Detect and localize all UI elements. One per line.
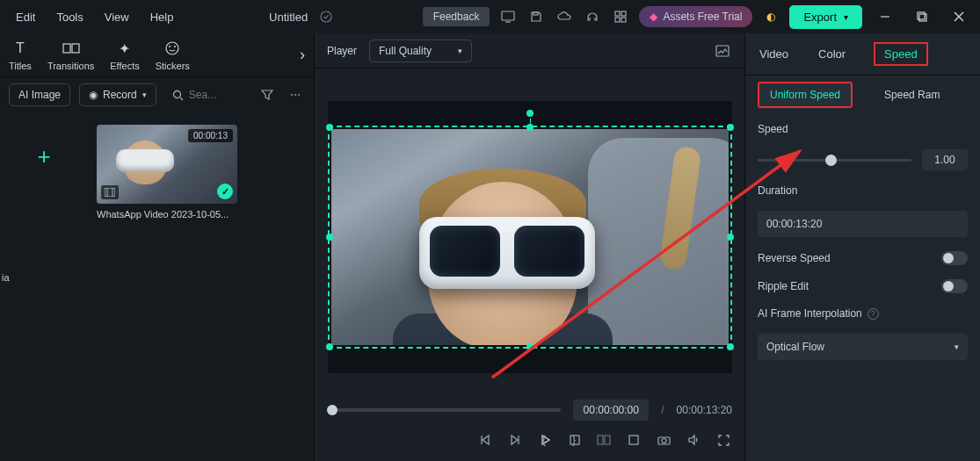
- transitions-label: Transitions: [47, 61, 94, 71]
- menu-edit[interactable]: Edit: [7, 5, 44, 29]
- interp-select[interactable]: Optical Flow ▾: [758, 334, 968, 360]
- svg-rect-20: [105, 188, 115, 197]
- subtab-speed-ramp[interactable]: Speed Ram: [874, 83, 950, 106]
- duration-input[interactable]: 00:00:13:20: [758, 211, 968, 237]
- record-label: Record: [103, 89, 137, 101]
- window-maximize[interactable]: [908, 3, 936, 31]
- assets-label: Assets Free Trial: [663, 11, 742, 23]
- reverse-toggle[interactable]: [941, 251, 968, 265]
- speed-slider-row: 1.00: [758, 149, 968, 170]
- reverse-label: Reverse Speed: [758, 252, 831, 264]
- tab-color[interactable]: Color: [817, 42, 847, 66]
- tab-speed[interactable]: Speed: [874, 42, 928, 66]
- menu-view[interactable]: View: [96, 5, 138, 29]
- speed-body: Speed 1.00 Duration 00:00:13:20 Reverse …: [745, 114, 980, 369]
- svg-point-18: [173, 90, 180, 97]
- ripple-label: Ripple Edit: [758, 280, 809, 292]
- speed-label: Speed: [758, 123, 968, 135]
- camera-icon[interactable]: [655, 431, 672, 449]
- property-tabs: Video Color Speed: [745, 33, 980, 76]
- clip-thumbnail[interactable]: 00:00:13 ✓: [97, 125, 237, 204]
- save-icon[interactable]: [526, 7, 546, 26]
- transitions-icon: [62, 39, 81, 58]
- device-icon[interactable]: [498, 7, 518, 26]
- resize-handle[interactable]: [727, 234, 734, 241]
- more-icon[interactable]: ⋯: [286, 85, 305, 104]
- mark-in-icon[interactable]: {: [535, 431, 553, 449]
- snapshot-icon[interactable]: [713, 41, 732, 61]
- subtab-uniform-speed[interactable]: Uniform Speed: [758, 82, 853, 108]
- plus-icon: +: [37, 143, 50, 170]
- chevron-down-icon: ▾: [844, 12, 848, 22]
- info-icon[interactable]: ?: [867, 308, 879, 320]
- properties-panel: Video Color Speed Uniform Speed Speed Ra…: [745, 33, 980, 461]
- speed-slider[interactable]: [758, 159, 911, 162]
- selection-rect[interactable]: [328, 126, 732, 349]
- record-button[interactable]: ◉ Record ▾: [79, 83, 156, 106]
- timeline-scrubber[interactable]: [327, 408, 561, 412]
- grid-icon[interactable]: [611, 7, 630, 26]
- menu-help[interactable]: Help: [142, 5, 183, 29]
- titlebar-right: Feedback ◆ Assets Free Trial ◐ Export ▾: [423, 3, 973, 31]
- tab-video[interactable]: Video: [758, 42, 790, 66]
- resize-handle[interactable]: [526, 343, 534, 350]
- resize-handle[interactable]: [326, 124, 333, 131]
- search-box[interactable]: [165, 84, 249, 105]
- window-minimize[interactable]: [871, 3, 899, 31]
- titles-tool[interactable]: T Titles: [9, 39, 32, 71]
- rotate-handle[interactable]: [525, 108, 535, 119]
- step-back-icon[interactable]: [506, 431, 524, 449]
- fullscreen-icon[interactable]: [715, 431, 732, 449]
- resize-handle[interactable]: [326, 234, 333, 241]
- speed-value[interactable]: 1.00: [922, 149, 968, 170]
- ripple-row: Ripple Edit: [758, 279, 968, 293]
- interp-value: Optical Flow: [766, 341, 824, 353]
- ripple-toggle[interactable]: [941, 279, 968, 293]
- speed-subtabs: Uniform Speed Speed Ram: [745, 76, 980, 114]
- video-preview[interactable]: [328, 101, 732, 373]
- clip-used-check-icon: ✓: [217, 184, 233, 199]
- effects-tool[interactable]: ✦ Effects: [110, 39, 139, 71]
- theme-icon[interactable]: ◐: [761, 7, 780, 26]
- headphones-icon[interactable]: [583, 7, 602, 26]
- quality-value: Full Quality: [379, 45, 432, 57]
- cloud-icon[interactable]: [555, 7, 574, 26]
- asset-toolbar: T Titles Transitions ✦ Effects Stickers …: [0, 33, 314, 77]
- export-button[interactable]: Export ▾: [789, 5, 862, 29]
- add-media-tile[interactable]: +: [9, 125, 79, 188]
- stickers-tool[interactable]: Stickers: [156, 39, 190, 71]
- volume-icon[interactable]: [685, 431, 702, 449]
- media-clip[interactable]: 00:00:13 ✓ WhatsApp Video 2023-10-05...: [97, 125, 237, 220]
- player-bar: Player Full Quality ▾: [315, 33, 744, 68]
- speed-slider-thumb[interactable]: [825, 155, 837, 166]
- playhead[interactable]: [327, 405, 338, 415]
- compare-icon[interactable]: [595, 431, 613, 449]
- crop-icon[interactable]: [625, 431, 642, 449]
- search-input[interactable]: [189, 89, 242, 101]
- filter-icon[interactable]: [258, 85, 277, 104]
- current-time[interactable]: 00:00:00:00: [573, 400, 649, 421]
- svg-rect-9: [918, 12, 925, 19]
- menu-tools[interactable]: Tools: [47, 5, 91, 29]
- export-label: Export: [803, 11, 837, 24]
- assets-trial-button[interactable]: ◆ Assets Free Trial: [639, 6, 752, 27]
- chevron-down-icon: ▾: [955, 342, 959, 351]
- svg-rect-1: [502, 11, 514, 20]
- resize-handle[interactable]: [326, 343, 333, 350]
- window-close[interactable]: [945, 3, 973, 31]
- ai-image-button[interactable]: AI Image: [9, 83, 70, 106]
- player-panel: Player Full Quality ▾: [315, 33, 745, 461]
- resize-handle[interactable]: [727, 343, 734, 350]
- mark-out-icon[interactable]: }: [565, 431, 583, 449]
- svg-rect-4: [615, 11, 620, 16]
- transitions-tool[interactable]: Transitions: [47, 39, 94, 71]
- resize-handle[interactable]: [526, 124, 534, 131]
- quality-selector[interactable]: Full Quality ▾: [369, 40, 472, 62]
- media-grid: + 00:00:13 ✓ WhatsApp Video 2023-10-05..…: [0, 112, 314, 461]
- playback-bar: 00:00:00:00 / 00:00:13:20 { }: [315, 393, 744, 461]
- feedback-button[interactable]: Feedback: [423, 7, 490, 26]
- resize-handle[interactable]: [727, 124, 734, 131]
- toolbar-more[interactable]: ›: [300, 46, 305, 64]
- prev-frame-icon[interactable]: [476, 431, 494, 449]
- svg-rect-13: [63, 44, 70, 53]
